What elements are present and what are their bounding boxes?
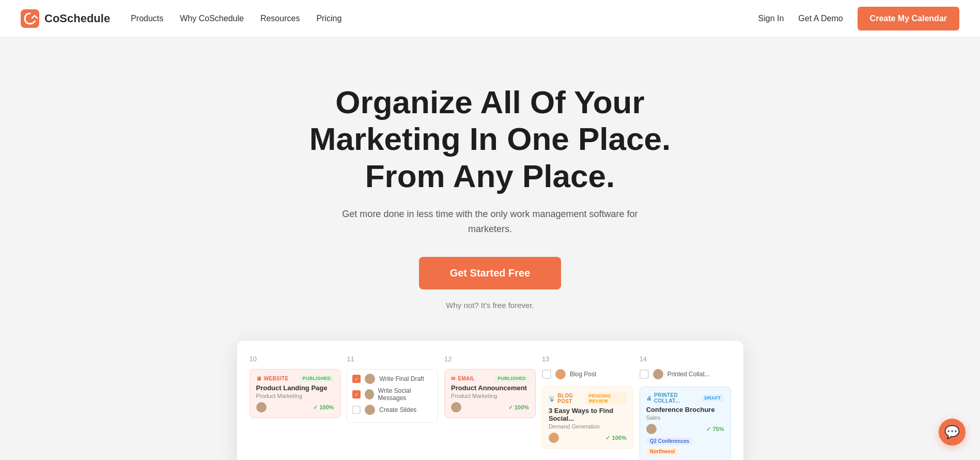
- get-started-button[interactable]: Get Started Free: [419, 257, 562, 289]
- checkbox-day13[interactable]: [542, 370, 551, 379]
- calendar-day-10: 10 🖥 Website Published Product Landing P…: [250, 355, 341, 460]
- avatar-whitney-14-header: [653, 369, 663, 379]
- task-title-print: Conference Brochure: [646, 406, 724, 413]
- checklist-item-1: ✓ Write Final Draft: [352, 374, 432, 384]
- task-footer-email: ✓ 100%: [451, 402, 529, 412]
- task-sub-blog: Demand Generation: [549, 423, 627, 430]
- task-card-blog[interactable]: 📡 Blog Post Pending Review 3 Easy Ways t…: [542, 387, 633, 449]
- hero-title: Organize All Of Your Marketing In One Pl…: [289, 84, 692, 194]
- checklist-text-1: Write Final Draft: [379, 375, 424, 382]
- day-number-13: 13: [542, 355, 633, 363]
- checklist-item-3: Create Slides: [352, 405, 432, 415]
- website-icon: 🖥: [256, 376, 261, 381]
- task-sub-print: Sales: [646, 415, 724, 421]
- print-icon: 🖨: [646, 395, 651, 401]
- blog-icon: 📡: [549, 396, 555, 402]
- day-number-11: 11: [347, 355, 438, 363]
- task-card-print[interactable]: 🖨 Printed Collat... Draft Conference Bro…: [640, 387, 731, 460]
- tag-northwest: Northwest: [646, 448, 679, 455]
- avatar-whitney-12: [451, 402, 461, 412]
- avatar-whitney-14: [646, 424, 657, 434]
- email-published-badge: Published: [494, 375, 529, 382]
- checklist-text-2: Write Social Messages: [378, 387, 432, 402]
- task-footer-website: ✓ 100%: [256, 402, 334, 412]
- logo[interactable]: CoSchedule: [21, 9, 110, 28]
- svg-rect-0: [21, 9, 39, 28]
- task-title-website: Product Landing Page: [256, 384, 334, 392]
- calendar-day-13: 13 Blog Post 📡 Blog Post Pending Review …: [542, 355, 633, 460]
- avatar-whitney-11a: [365, 374, 375, 384]
- task-tag-email: ✉ Email Published: [451, 375, 529, 382]
- day14-header-label: Printed Collat...: [667, 371, 710, 378]
- published-badge: Published: [300, 375, 334, 382]
- calendar-card: 10 🖥 Website Published Product Landing P…: [237, 341, 743, 460]
- calendar-grid: 10 🖥 Website Published Product Landing P…: [250, 355, 731, 460]
- brand-name: CoSchedule: [44, 12, 110, 25]
- email-icon: ✉: [451, 376, 455, 381]
- nav-resources[interactable]: Resources: [260, 14, 300, 23]
- task-card-email[interactable]: ✉ Email Published Product Announcement P…: [444, 369, 536, 418]
- checklist-item-2: ✓ Write Social Messages: [352, 387, 432, 402]
- hero-section: Organize All Of Your Marketing In One Pl…: [0, 37, 980, 341]
- task-tag-website: 🖥 Website Published: [256, 375, 334, 382]
- nav-products[interactable]: Products: [131, 14, 163, 23]
- calendar-day-11: 11 ✓ Write Final Draft ✓ Write Social Me…: [347, 355, 438, 460]
- task-tag-blog: 📡 Blog Post Pending Review: [549, 392, 627, 405]
- progress-website: ✓ 100%: [313, 404, 334, 411]
- tag-pills-print: Q2 Conferences Northwest: [646, 437, 724, 455]
- calendar-preview: 10 🖥 Website Published Product Landing P…: [216, 341, 764, 460]
- chat-bubble[interactable]: 💬: [939, 419, 966, 446]
- logo-icon: [21, 9, 39, 28]
- calendar-day-12: 12 ✉ Email Published Product Announcemen…: [444, 355, 536, 460]
- task-title-email: Product Announcement: [451, 384, 529, 392]
- day13-header-label: Blog Post: [570, 371, 596, 378]
- pending-badge: Pending Review: [586, 392, 627, 405]
- task-footer-blog: ✓ 100%: [549, 433, 627, 443]
- navbar: CoSchedule Products Why CoSchedule Resou…: [0, 0, 980, 37]
- avatar-leah-13: [549, 433, 559, 443]
- avatar-leah-13-header: [555, 369, 566, 379]
- nav-links: Products Why CoSchedule Resources Pricin…: [131, 14, 758, 23]
- hero-subtitle: Get more done in less time with the only…: [330, 207, 650, 237]
- nav-pricing[interactable]: Pricing: [316, 14, 341, 23]
- checkbox-3[interactable]: [352, 406, 361, 414]
- tag-q2: Q2 Conferences: [646, 437, 693, 445]
- draft-badge: Draft: [702, 394, 724, 402]
- create-calendar-button[interactable]: Create My Calendar: [858, 7, 959, 30]
- checkbox-day14[interactable]: [640, 370, 649, 379]
- day-number-14: 14: [640, 355, 731, 363]
- checklist-text-3: Create Slides: [379, 406, 416, 413]
- task-sub-email: Product Marketing: [451, 393, 529, 399]
- day-number-10: 10: [250, 355, 341, 363]
- hero-note: Why not? It's free forever.: [21, 301, 959, 310]
- progress-print: ✓ 75%: [706, 426, 724, 433]
- task-title-blog: 3 Easy Ways to Find Social...: [549, 407, 627, 422]
- day13-avatar-row: Blog Post: [542, 369, 633, 379]
- progress-blog: ✓ 100%: [605, 435, 626, 441]
- calendar-day-14: 14 Printed Collat... 🖨 Printed Collat...…: [640, 355, 731, 460]
- avatar-whitney-11c: [365, 405, 375, 415]
- nav-why[interactable]: Why CoSchedule: [180, 14, 244, 23]
- task-sub-website: Product Marketing: [256, 393, 334, 399]
- task-card-website[interactable]: 🖥 Website Published Product Landing Page…: [250, 369, 341, 418]
- checkbox-2[interactable]: ✓: [352, 390, 361, 398]
- checkbox-1[interactable]: ✓: [352, 375, 361, 383]
- task-footer-print: ✓ 75%: [646, 424, 724, 434]
- chat-icon: 💬: [944, 425, 960, 439]
- day-number-12: 12: [444, 355, 536, 363]
- avatar-whitney-10: [256, 402, 267, 412]
- avatar-whitney-11b: [365, 389, 374, 400]
- day14-avatar-row: Printed Collat...: [640, 369, 731, 379]
- nav-right: Sign In Get A Demo Create My Calendar: [758, 7, 959, 30]
- task-card-checklist[interactable]: ✓ Write Final Draft ✓ Write Social Messa…: [347, 369, 438, 423]
- progress-email: ✓ 100%: [508, 404, 529, 411]
- task-tag-print: 🖨 Printed Collat... Draft: [646, 392, 724, 404]
- get-demo-link[interactable]: Get A Demo: [798, 14, 843, 23]
- cta-area: Get Started Free Why not? It's free fore…: [21, 257, 959, 310]
- sign-in-link[interactable]: Sign In: [758, 14, 784, 23]
